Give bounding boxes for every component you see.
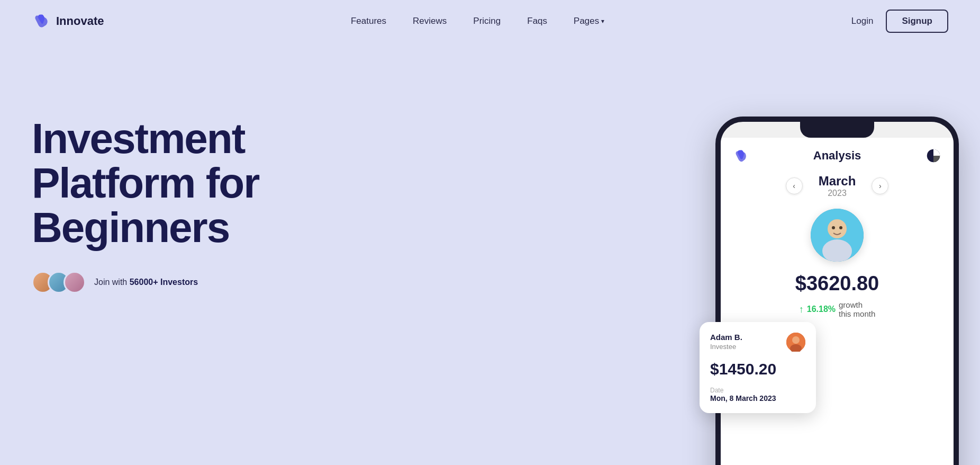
card-date: Mon, 8 March 2023 <box>710 394 805 403</box>
card-name: Adam B. <box>710 333 742 342</box>
card-header: Adam B. Investee <box>710 333 805 352</box>
phone-notch <box>800 122 874 138</box>
svg-point-1 <box>792 336 800 344</box>
growth-line: ↑ 16.18% growth this month <box>799 300 875 318</box>
card-user-info: Adam B. Investee <box>710 333 742 351</box>
floating-card: Adam B. Investee $1450.20 Date Mon, 8 Ma… <box>700 322 816 413</box>
card-role: Investee <box>710 343 742 351</box>
growth-percent: 16.18% <box>807 305 836 314</box>
logo-icon <box>32 12 51 31</box>
nav-actions: Login Signup <box>851 10 948 33</box>
chevron-down-icon: ▾ <box>601 17 604 25</box>
nav-pages[interactable]: Pages ▾ <box>574 16 604 26</box>
brand-name: Innovate <box>56 14 104 28</box>
nav-links: Features Reviews Pricing Faqs Pages ▾ <box>351 16 604 26</box>
login-button[interactable]: Login <box>851 16 874 26</box>
hero-section: Investment Platform for Beginners Join w… <box>0 42 980 455</box>
nav-pricing[interactable]: Pricing <box>473 16 501 26</box>
investors-text: Join with 56000+ Investors <box>94 278 198 287</box>
hero-left: Investment Platform for Beginners Join w… <box>32 74 948 293</box>
navbar: Innovate Features Reviews Pricing Faqs P… <box>0 0 980 42</box>
signup-button[interactable]: Signup <box>886 10 948 33</box>
avatar <box>63 271 86 293</box>
growth-label: growth this month <box>839 300 875 318</box>
nav-features[interactable]: Features <box>351 16 386 26</box>
card-date-label: Date <box>710 387 805 394</box>
growth-up-icon: ↑ <box>799 304 804 315</box>
hero-bottom: Join with 56000+ Investors <box>32 271 948 293</box>
nav-faqs[interactable]: Faqs <box>527 16 547 26</box>
phone-power-button <box>958 212 959 260</box>
logo[interactable]: Innovate <box>32 12 104 31</box>
hero-title: Investment Platform for Beginners <box>32 117 349 250</box>
card-avatar <box>786 333 805 352</box>
nav-reviews[interactable]: Reviews <box>413 16 447 26</box>
card-amount: $1450.20 <box>710 360 805 378</box>
investor-avatars <box>32 271 86 293</box>
